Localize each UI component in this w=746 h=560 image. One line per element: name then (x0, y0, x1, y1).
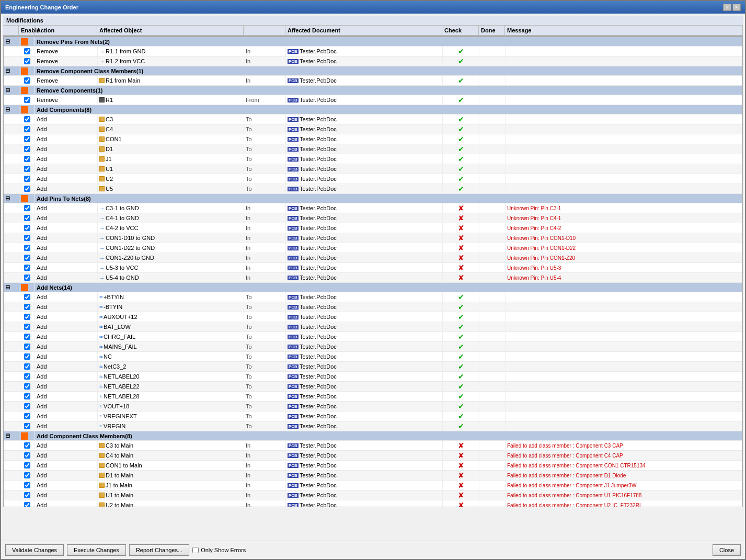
expand-icon-group7[interactable]: ⊟ (4, 431, 19, 440)
message-cell: Unknown Pin: Pin U5-3 (506, 263, 742, 272)
help-button[interactable]: ? (723, 4, 731, 11)
enable-checkbox[interactable] (19, 164, 35, 174)
enable-checkbox[interactable] (19, 441, 35, 450)
enable-checkbox[interactable] (19, 352, 35, 361)
enable-checkbox[interactable] (19, 95, 35, 105)
enable-checkbox[interactable] (19, 372, 35, 381)
done-cell (479, 213, 506, 223)
message-cell: Unknown Pin: Pin C4-1 (506, 213, 742, 223)
only-show-errors-label[interactable]: Only Show Errors (192, 547, 246, 553)
enable-checkbox[interactable] (19, 253, 35, 262)
group-header-group4[interactable]: ⊟Add Components(8) (4, 105, 742, 115)
group-header-group6[interactable]: ⊟Add Nets(14) (4, 283, 742, 292)
expand-icon-group2[interactable]: ⊟ (4, 66, 19, 75)
report-changes-button[interactable]: Report Changes... (129, 544, 189, 556)
group-header-group3[interactable]: ⊟Remove Components(1) (4, 86, 742, 95)
expand-icon-group1[interactable]: ⊟ (4, 37, 19, 46)
action-cell: Add (35, 490, 98, 500)
enable-checkbox[interactable] (19, 174, 35, 184)
titlebar-controls: ? ✕ (723, 4, 741, 11)
object-cell: ≈VOUT+18 (98, 402, 244, 411)
message-cell (506, 322, 742, 332)
enable-checkbox[interactable] (19, 481, 35, 490)
main-window: Engineering Change Order ? ✕ Modificatio… (0, 0, 746, 560)
enable-checkbox[interactable] (19, 402, 35, 411)
enable-checkbox[interactable] (19, 362, 35, 371)
enable-checkbox[interactable] (19, 392, 35, 401)
enable-checkbox[interactable] (19, 322, 35, 332)
sep-cell: To (244, 352, 286, 361)
table-row: AddU5ToPCBTester.PcbDoc✔ (4, 184, 742, 194)
enable-checkbox[interactable] (19, 342, 35, 351)
sep-cell: In (244, 213, 286, 223)
enable-checkbox[interactable] (19, 273, 35, 282)
expand-icon-group5[interactable]: ⊟ (4, 194, 19, 203)
done-cell (479, 441, 506, 450)
done-cell (479, 47, 506, 56)
object-cell: ≈-BTYIN (98, 302, 244, 312)
close-title-button[interactable]: ✕ (732, 4, 741, 11)
table-row: Add≈VOUT+18ToPCBTester.PcbDoc✔ (4, 402, 742, 412)
enable-checkbox[interactable] (19, 154, 35, 164)
enable-checkbox[interactable] (19, 76, 35, 85)
table-row: AddC3 to MainInPCBTester.PcbDoc✘Failed t… (4, 441, 742, 451)
group-header-group5[interactable]: ⊟Add Pins To Nets(8) (4, 194, 742, 203)
enable-checkbox[interactable] (19, 412, 35, 421)
message-cell (506, 184, 742, 193)
enable-checkbox[interactable] (19, 115, 35, 124)
only-show-errors-checkbox[interactable] (192, 547, 199, 553)
object-cell: J1 to Main (98, 481, 244, 490)
doc-cell: PCBTester.PcbDoc (286, 302, 443, 312)
enable-checkbox[interactable] (19, 302, 35, 312)
enable-checkbox[interactable] (19, 312, 35, 322)
validate-changes-button[interactable]: Validate Changes (5, 544, 64, 556)
enable-checkbox[interactable] (19, 243, 35, 253)
done-cell (479, 154, 506, 164)
done-cell (479, 203, 506, 213)
action-cell: Add (35, 412, 98, 421)
enable-checkbox[interactable] (19, 461, 35, 470)
expand-icon-group3[interactable]: ⊟ (4, 86, 19, 95)
group-label-group5: Add Pins To Nets(8) (35, 194, 742, 203)
check-cell: ✔ (443, 421, 479, 431)
check-cell: ✘ (443, 451, 479, 460)
execute-changes-button[interactable]: Execute Changes (67, 544, 126, 556)
enable-checkbox[interactable] (19, 421, 35, 431)
group-header-group1[interactable]: ⊟Remove Pins From Nets(2) (4, 37, 742, 47)
sep-cell: To (244, 154, 286, 164)
check-cell: ✔ (443, 115, 479, 124)
expand-icon-group6[interactable]: ⊟ (4, 283, 19, 292)
enable-checkbox[interactable] (19, 471, 35, 480)
object-cell: →CON1-D22 to GND (98, 243, 244, 253)
group-header-group2[interactable]: ⊟Remove Component Class Members(1) (4, 66, 742, 76)
enable-checkbox[interactable] (19, 56, 35, 66)
enable-checkbox[interactable] (19, 124, 35, 134)
group-header-group7[interactable]: ⊟Add Component Class Members(8) (4, 431, 742, 441)
enable-checkbox[interactable] (19, 203, 35, 213)
enable-checkbox[interactable] (19, 490, 35, 500)
enable-checkbox[interactable] (19, 451, 35, 460)
enable-checkbox[interactable] (19, 500, 35, 507)
action-cell: Add (35, 481, 98, 490)
doc-cell: PCBTester.PcbDoc (286, 124, 443, 134)
object-cell: ≈NetC3_2 (98, 362, 244, 371)
done-cell (479, 243, 506, 253)
enable-checkbox[interactable] (19, 134, 35, 144)
doc-cell: PCBTester.PcbDoc (286, 95, 443, 105)
data-grid-container[interactable]: ⊟Remove Pins From Nets(2)Remove→R1-1 fro… (3, 37, 743, 507)
object-cell: →C4-2 to VCC (98, 223, 244, 233)
enable-checkbox[interactable] (19, 233, 35, 243)
enable-checkbox[interactable] (19, 184, 35, 193)
enable-checkbox[interactable] (19, 292, 35, 302)
close-button[interactable]: Close (713, 544, 741, 556)
enable-checkbox[interactable] (19, 332, 35, 341)
enable-checkbox[interactable] (19, 47, 35, 56)
col-header-check: Check (442, 26, 479, 36)
enable-checkbox[interactable] (19, 263, 35, 272)
enable-checkbox[interactable] (19, 223, 35, 233)
enable-checkbox[interactable] (19, 144, 35, 154)
action-cell: Add (35, 461, 98, 470)
enable-checkbox[interactable] (19, 382, 35, 391)
enable-checkbox[interactable] (19, 213, 35, 223)
expand-icon-group4[interactable]: ⊟ (4, 105, 19, 114)
